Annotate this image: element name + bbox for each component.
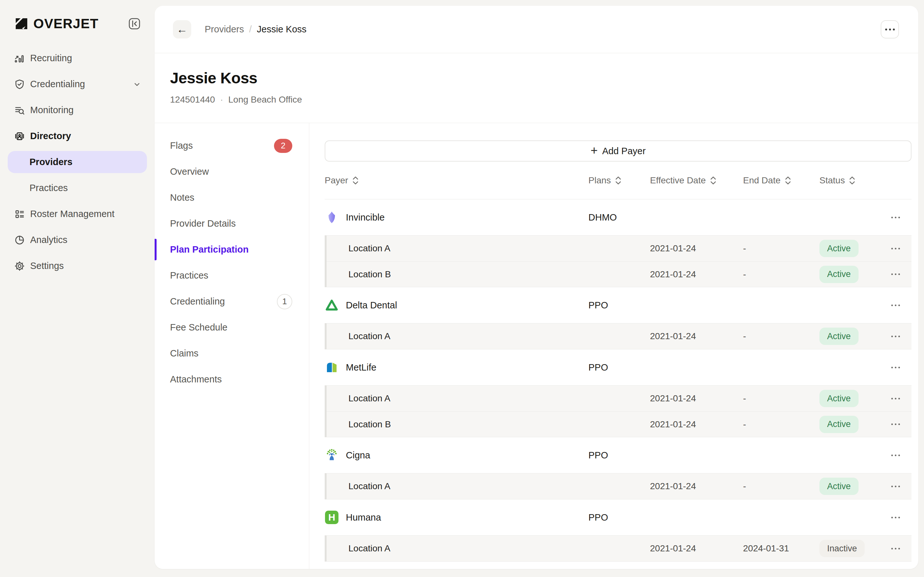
provider-subtitle: 124501440 · Long Beach Office bbox=[170, 95, 918, 105]
location-row: Location A 2021-01-24 - Active bbox=[326, 474, 911, 499]
location-actions-button[interactable] bbox=[888, 482, 903, 490]
breadcrumb-parent[interactable]: Providers bbox=[205, 24, 244, 35]
recruiting-chart-icon bbox=[14, 53, 25, 64]
location-rows-block: Location A 2021-01-24 - Active bbox=[325, 473, 911, 500]
location-rows-block: Location A 2021-01-24 - Active Location … bbox=[325, 235, 911, 287]
tab-claims[interactable]: Claims bbox=[155, 340, 309, 366]
overjet-logo-icon bbox=[14, 16, 29, 31]
tab-label: Overview bbox=[170, 166, 209, 177]
sidebar-item-recruiting[interactable]: Recruiting bbox=[0, 45, 155, 71]
analytics-pie-icon bbox=[14, 235, 25, 245]
column-header-status[interactable]: Status bbox=[819, 175, 888, 185]
sidebar-collapse-icon[interactable] bbox=[127, 16, 142, 31]
sidebar-item-roster-management[interactable]: Roster Management bbox=[0, 201, 155, 227]
sidebar-item-label: Settings bbox=[30, 261, 64, 271]
tab-notes[interactable]: Notes bbox=[155, 185, 309, 211]
directory-card-icon bbox=[14, 131, 25, 142]
page-title: Jessie Koss bbox=[170, 69, 918, 87]
location-rows-block: Location A 2021-01-24 - Active Location … bbox=[325, 385, 911, 437]
delta-dental-triangle-logo-icon bbox=[325, 298, 339, 312]
payer-actions-button[interactable] bbox=[888, 364, 903, 372]
location-actions-button[interactable] bbox=[888, 420, 903, 428]
breadcrumb: Providers / Jessie Koss bbox=[205, 24, 306, 35]
subtitle-separator: · bbox=[220, 95, 223, 105]
location-actions-button[interactable] bbox=[888, 395, 903, 403]
payer-actions-button[interactable] bbox=[888, 514, 903, 522]
location-name: Location A bbox=[326, 543, 588, 554]
column-header-payer[interactable]: Payer bbox=[325, 175, 588, 185]
cigna-tree-logo-icon bbox=[325, 448, 339, 462]
credentialing-shield-icon bbox=[14, 79, 25, 90]
location-actions-button[interactable] bbox=[888, 545, 903, 553]
end-date: - bbox=[743, 243, 819, 253]
location-actions-button[interactable] bbox=[888, 270, 903, 278]
payer-actions-button[interactable] bbox=[888, 451, 903, 459]
tab-attachments[interactable]: Attachments bbox=[155, 366, 309, 392]
settings-gear-icon bbox=[14, 261, 25, 271]
provider-office: Long Beach Office bbox=[228, 95, 302, 105]
provider-subnav: Flags 2 Overview Notes Provider Details … bbox=[155, 123, 309, 569]
payer-group-row: Cigna PPO bbox=[325, 437, 911, 473]
tab-label: Fee Schedule bbox=[170, 322, 228, 333]
sidebar-item-providers[interactable]: Providers bbox=[8, 151, 147, 173]
payer-group-row: H Humana PPO bbox=[325, 500, 911, 535]
end-date: - bbox=[743, 481, 819, 492]
tab-plan-participation[interactable]: Plan Participation bbox=[155, 237, 309, 263]
back-button[interactable]: ← bbox=[173, 20, 191, 39]
payer-name: Delta Dental bbox=[346, 300, 397, 311]
tab-overview[interactable]: Overview bbox=[155, 159, 309, 185]
location-name: Location A bbox=[326, 393, 588, 404]
sort-icon bbox=[710, 176, 717, 185]
sidebar-item-practices[interactable]: Practices bbox=[0, 175, 155, 201]
brand-name: OVERJET bbox=[33, 16, 99, 31]
monitoring-search-icon bbox=[14, 105, 25, 116]
tab-credentialing[interactable]: Credentialing 1 bbox=[155, 288, 309, 314]
logo-row: OVERJET bbox=[0, 0, 155, 31]
end-date: - bbox=[743, 419, 819, 430]
column-header-effective-date[interactable]: Effective Date bbox=[650, 175, 743, 185]
payer-actions-button[interactable] bbox=[888, 213, 903, 221]
sidebar-item-label: Directory bbox=[30, 131, 71, 141]
column-header-plans[interactable]: Plans bbox=[588, 175, 650, 185]
plus-icon: + bbox=[591, 144, 598, 156]
status-badge: Active bbox=[819, 327, 859, 345]
sidebar-item-credentialing[interactable]: Credentialing bbox=[0, 71, 155, 97]
status-badge: Active bbox=[819, 478, 859, 495]
payer-plan: PPO bbox=[588, 300, 650, 311]
sidebar-item-directory[interactable]: Directory bbox=[0, 123, 155, 149]
sidebar-subitem-providers-row: Providers bbox=[0, 149, 155, 175]
card-body: Flags 2 Overview Notes Provider Details … bbox=[155, 123, 918, 569]
add-payer-label: Add Payer bbox=[602, 146, 646, 156]
column-header-end-date[interactable]: End Date bbox=[743, 175, 819, 185]
add-payer-button[interactable]: + Add Payer bbox=[325, 140, 911, 161]
location-name: Location A bbox=[326, 481, 588, 492]
location-actions-button[interactable] bbox=[888, 245, 903, 253]
tab-fee-schedule[interactable]: Fee Schedule bbox=[155, 314, 309, 340]
arrow-left-icon: ← bbox=[177, 23, 188, 35]
payer-name: Humana bbox=[346, 512, 381, 523]
sidebar-item-settings[interactable]: Settings bbox=[0, 253, 155, 279]
effective-date: 2021-01-24 bbox=[650, 243, 743, 253]
sidebar-item-analytics[interactable]: Analytics bbox=[0, 227, 155, 253]
sidebar-item-label: Roster Management bbox=[30, 209, 115, 219]
effective-date: 2021-01-24 bbox=[650, 543, 743, 554]
location-rows-block: Location A 2021-01-24 - Active bbox=[325, 323, 911, 350]
sidebar-item-label: Monitoring bbox=[30, 105, 73, 115]
tab-label: Attachments bbox=[170, 374, 222, 385]
tab-flags[interactable]: Flags 2 bbox=[155, 133, 309, 159]
plan-participation-pane: + Add Payer Payer Plans Effective Date E… bbox=[309, 123, 918, 569]
status-badge: Inactive bbox=[819, 540, 865, 557]
payer-actions-button[interactable] bbox=[888, 301, 903, 309]
payer-name: Cigna bbox=[346, 450, 370, 461]
effective-date: 2021-01-24 bbox=[650, 393, 743, 404]
tab-practices[interactable]: Practices bbox=[155, 263, 309, 288]
humana-logo-icon: H bbox=[325, 510, 339, 524]
page-more-actions-button[interactable] bbox=[881, 20, 899, 39]
payer-group-row: Invincible DHMO bbox=[325, 199, 911, 235]
sidebar-item-monitoring[interactable]: Monitoring bbox=[0, 97, 155, 123]
invincible-shield-logo-icon bbox=[325, 210, 339, 224]
location-actions-button[interactable] bbox=[888, 332, 903, 340]
payer-plan: PPO bbox=[588, 450, 650, 461]
end-date: - bbox=[743, 393, 819, 404]
tab-provider-details[interactable]: Provider Details bbox=[155, 211, 309, 237]
